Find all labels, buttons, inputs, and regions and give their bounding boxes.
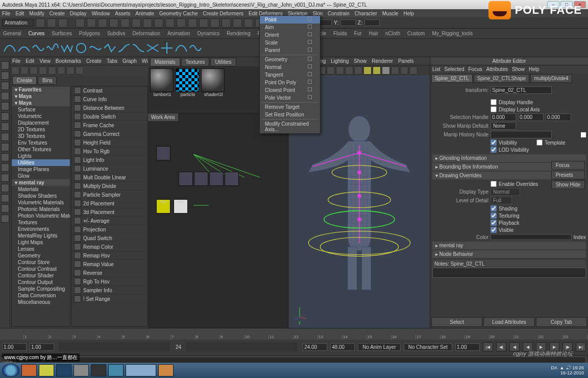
tree-item[interactable]: Lenses [12, 246, 70, 252]
graph-node[interactable] [225, 172, 239, 186]
section-node-behavior[interactable]: Node Behavior [432, 250, 586, 258]
graph-node[interactable] [209, 172, 224, 186]
toolbar-icon[interactable] [199, 18, 208, 28]
shelf-tab-hair[interactable]: Hair [369, 31, 378, 36]
taskbar-app-icon[interactable] [91, 364, 106, 376]
toolbar-icon[interactable] [165, 18, 175, 28]
color-slider[interactable] [491, 234, 572, 240]
util-item[interactable]: 3d Placement [72, 208, 148, 217]
toolbar-icon[interactable] [87, 18, 96, 28]
tree-item[interactable]: Contour Store [12, 259, 70, 266]
copy-tab-button[interactable]: Copy Tab [536, 317, 587, 327]
constrain-aim[interactable]: Aim [260, 23, 320, 31]
tree-item[interactable]: Displacement [12, 120, 70, 126]
tool-icon[interactable] [1, 163, 9, 172]
tab-utilities[interactable]: Utilities [210, 58, 236, 66]
select-button[interactable]: Select [431, 317, 482, 327]
selhandle-z[interactable] [546, 113, 571, 121]
util-item[interactable]: Luminance [72, 164, 148, 173]
curve-icon[interactable] [175, 41, 188, 55]
taskbar-app-icon[interactable] [158, 364, 174, 376]
shelf-tab-custom[interactable]: Custom [407, 31, 425, 36]
attr-menu-list[interactable]: List [432, 66, 440, 72]
shelf-tab-fluids[interactable]: Fluids [333, 31, 347, 36]
menu-window[interactable]: Window [92, 11, 110, 16]
menu-modify[interactable]: Modify [29, 11, 44, 16]
tree-item[interactable]: Contour Contrast [12, 266, 70, 272]
viewport-toolbar-icon[interactable] [336, 66, 344, 75]
material-swatch[interactable]: lambert1 [150, 68, 175, 97]
util-item[interactable]: Distance Between [72, 104, 148, 112]
taskbar-winamp-icon[interactable] [39, 364, 54, 376]
menu-geometry-cache[interactable]: Geometry Cache [159, 11, 198, 16]
tree-item[interactable]: Photon Volumetric Mate [12, 212, 70, 219]
tool-icon[interactable] [1, 82, 9, 90]
character-set-select[interactable]: No Character Set [404, 343, 452, 351]
util-item[interactable]: Gamma Correct [72, 130, 148, 138]
toolbar-icon[interactable] [47, 18, 56, 28]
tree-item[interactable]: Miscellaneous [12, 299, 70, 305]
selhandle-x[interactable] [491, 113, 516, 121]
constrain-menu-dropdown[interactable]: PointAimOrientScaleParentGeometryNormalT… [259, 15, 321, 134]
graph-node[interactable]: Spin [156, 199, 170, 214]
menu-create-deformers[interactable]: Create Deformers [203, 11, 243, 16]
tree-item[interactable]: Volumetric [12, 113, 70, 120]
curve-icon[interactable] [60, 41, 74, 55]
hs-menu-view[interactable]: View [39, 58, 51, 64]
util-item[interactable]: Quad Switch [72, 234, 148, 243]
toolbar-icon[interactable] [188, 18, 197, 28]
tool-icon[interactable] [1, 112, 9, 121]
viewport-toolbar-icon[interactable] [363, 66, 372, 75]
hs-menu-bookmarks[interactable]: Bookmarks [56, 58, 81, 64]
tool-icon[interactable] [1, 153, 9, 161]
curve-icon[interactable] [189, 41, 202, 55]
step-back-button[interactable]: ◀| [496, 342, 506, 351]
menu-help[interactable]: Help [403, 11, 414, 16]
mode-dropdown[interactable]: Animation [2, 19, 34, 27]
toolbar-icon[interactable] [98, 18, 107, 28]
tab-bins[interactable]: Bins [38, 76, 57, 85]
util-item[interactable]: Particle Sampler [72, 191, 148, 199]
hs-menu-tabs[interactable]: Tabs [107, 58, 117, 64]
lod-visibility-check[interactable] [491, 147, 497, 153]
menu-character[interactable]: Character [355, 11, 377, 16]
hs-menu-graph[interactable]: Graph [122, 58, 137, 64]
curve-icon[interactable] [3, 41, 16, 55]
constrain-normal[interactable]: Normal [260, 63, 320, 71]
tool-icon[interactable] [1, 215, 9, 223]
tree-item[interactable]: Sample Compositing [12, 286, 70, 292]
util-item[interactable]: 2d Placement [72, 199, 148, 208]
anim-layer-select[interactable]: No Anim Layer [358, 343, 401, 351]
graph-node[interactable] [194, 172, 208, 186]
hs-toolbar-icon[interactable] [20, 66, 29, 75]
tree-item[interactable]: ▾ Favorites [12, 86, 70, 93]
tree-item[interactable]: Materials [12, 186, 70, 193]
curve-icon[interactable] [46, 41, 59, 55]
graph-node[interactable]: mult [174, 199, 188, 214]
tree-item[interactable]: MentalRay Lights [12, 232, 70, 239]
rewind-button[interactable]: |◀ [483, 342, 493, 351]
display-type-select[interactable]: Normal [491, 188, 520, 196]
hs-toolbar-icon[interactable] [30, 66, 38, 75]
display-local-axis-check[interactable] [491, 106, 497, 112]
util-item[interactable]: Height Field [72, 138, 148, 147]
util-item[interactable]: Light Info [72, 156, 148, 164]
util-item[interactable]: Rgb To Hsv [72, 277, 148, 286]
curve-icon[interactable] [89, 41, 102, 55]
hs-toolbar-icon[interactable] [11, 66, 19, 75]
constrain-parent[interactable]: Parent [260, 46, 320, 54]
toolbar-icon[interactable] [233, 18, 242, 28]
tool-icon[interactable] [1, 92, 9, 100]
curve-icon[interactable] [117, 41, 131, 55]
menu-file[interactable]: File [2, 11, 10, 16]
shelf-tab-subdivs[interactable]: Subdivs [107, 31, 126, 36]
tree-item[interactable]: Contour Shader [12, 272, 70, 279]
attr-tab[interactable]: Spine_02_CTL [431, 74, 473, 83]
tree-item[interactable]: Data Conversion [12, 292, 70, 299]
end-button[interactable]: ▶| [576, 342, 586, 351]
constrain-scale[interactable]: Scale [260, 39, 320, 46]
tool-icon[interactable] [1, 204, 9, 212]
tool-icon[interactable] [1, 72, 9, 80]
constrain-set-rest-position[interactable]: Set Rest Position [260, 111, 320, 119]
hs-menu-create[interactable]: Create [86, 58, 102, 64]
